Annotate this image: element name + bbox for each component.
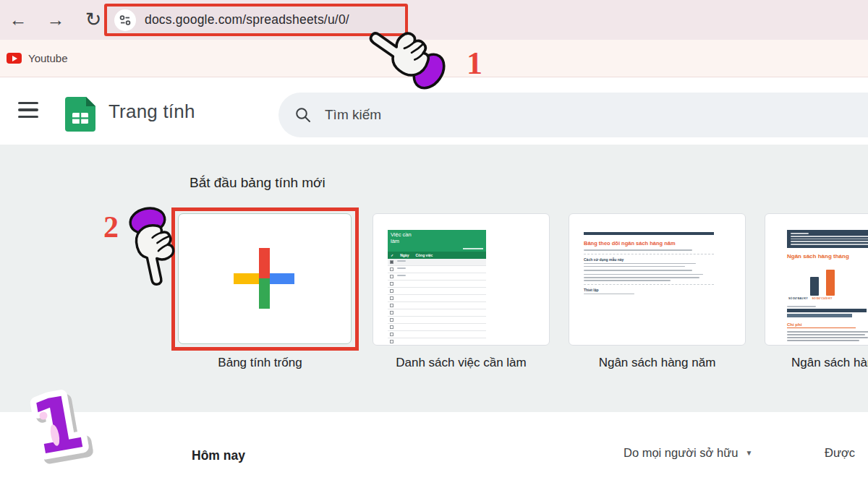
todo-row bbox=[388, 338, 486, 346]
todo-row bbox=[388, 309, 486, 317]
site-settings-icon[interactable] bbox=[114, 9, 136, 31]
sheets-header: Trang tính Tìm kiếm bbox=[0, 77, 868, 145]
bar-closing-balance bbox=[826, 270, 835, 296]
todo-preview: Việc cần làm ✓ Ngày Công việc bbox=[388, 230, 486, 346]
monthly-budget-title: Ngân sách hàng tháng bbox=[787, 253, 868, 260]
app-title: Trang tính bbox=[109, 100, 195, 123]
template-label-monthly-budget: Ngân sách hàng tháng bbox=[765, 356, 868, 370]
template-label-annual-budget: Ngân sách hàng năm bbox=[569, 356, 746, 370]
todo-row bbox=[388, 324, 486, 331]
todo-row bbox=[388, 302, 486, 309]
owner-filter-dropdown[interactable]: Do mọi người sở hữu ▼ bbox=[624, 446, 752, 460]
monthly-budget-preview: Ngân sách hàng tháng SỐ DƯ ĐẦU KỲ SỐ DƯ … bbox=[787, 230, 868, 343]
todo-row bbox=[388, 331, 486, 338]
watermark-number-icon: 1 1 bbox=[13, 376, 96, 476]
sheets-logo-icon[interactable] bbox=[65, 97, 95, 134]
todo-col-task: Công việc bbox=[415, 253, 433, 257]
todo-row bbox=[388, 295, 486, 302]
annual-budget-preview: Bảng theo dõi ngân sách hàng năm Cách sử… bbox=[584, 232, 728, 296]
back-icon[interactable]: ← bbox=[6, 7, 30, 32]
url-text[interactable]: docs.google.com/spreadsheets/u/0/ bbox=[145, 12, 349, 27]
annual-budget-title: Bảng theo dõi ngân sách hàng năm bbox=[584, 240, 707, 247]
template-label-blank: Bảng tính trống bbox=[171, 356, 349, 370]
text-line-placeholder bbox=[463, 248, 483, 249]
search-bar[interactable]: Tìm kiếm bbox=[278, 93, 868, 137]
step-number-1: 1 bbox=[467, 45, 482, 82]
search-icon bbox=[294, 106, 312, 124]
bookmarks-bar: Youtube bbox=[0, 40, 868, 77]
bookmark-label: Youtube bbox=[28, 52, 68, 64]
step-number-2: 2 bbox=[103, 210, 119, 244]
reload-icon[interactable]: ↻ bbox=[81, 7, 106, 32]
todo-col-date: Ngày bbox=[400, 253, 409, 257]
address-bar-highlight: docs.google.com/spreadsheets/u/0/ bbox=[104, 4, 408, 36]
monthly-section-expenses: Chi phí bbox=[787, 322, 856, 328]
bookmark-youtube[interactable]: Youtube bbox=[0, 52, 68, 64]
todo-preview-title: Việc cần làm bbox=[391, 232, 420, 244]
template-label-todo: Danh sách việc cần làm bbox=[373, 356, 550, 370]
bar-label-closing: SỐ DƯ CUỐI KỲ bbox=[812, 297, 833, 300]
template-card-todo[interactable]: Việc cần làm ✓ Ngày Công việc bbox=[373, 213, 550, 346]
sort-label[interactable]: Được bbox=[825, 446, 855, 460]
youtube-icon bbox=[7, 53, 22, 64]
annual-budget-setup-heading: Thiết lập bbox=[584, 288, 728, 292]
todo-row bbox=[388, 259, 486, 266]
todo-row bbox=[388, 317, 486, 324]
todo-row bbox=[388, 266, 486, 273]
template-card-blank[interactable] bbox=[178, 213, 352, 344]
todo-row bbox=[388, 281, 486, 288]
owner-filter-label: Do mọi người sở hữu bbox=[624, 446, 738, 460]
recent-files-section: Hôm nay Do mọi người sở hữu ▼ Được bbox=[0, 412, 868, 488]
new-spreadsheet-plus-icon bbox=[234, 248, 294, 309]
bar-opening-balance bbox=[810, 277, 819, 296]
template-card-annual-budget[interactable]: Bảng theo dõi ngân sách hàng năm Cách sử… bbox=[569, 213, 746, 346]
browser-toolbar: ← → ↻ docs.google.com/spreadsheets/u/0/ bbox=[0, 0, 868, 40]
search-placeholder: Tìm kiếm bbox=[325, 107, 381, 123]
annual-budget-usage-heading: Cách sử dụng mẫu này bbox=[584, 257, 728, 262]
recent-group-title: Hôm nay bbox=[192, 448, 245, 463]
main-menu-icon[interactable] bbox=[18, 102, 38, 118]
todo-row bbox=[388, 288, 486, 295]
todo-col-check: ✓ bbox=[391, 253, 393, 257]
blank-template-highlight bbox=[171, 207, 359, 351]
todo-row bbox=[388, 273, 486, 281]
gallery-heading: Bắt đầu bảng tính mới bbox=[190, 175, 326, 191]
template-gallery: Bắt đầu bảng tính mới Bảng tính trống Vi… bbox=[0, 145, 868, 412]
bar-label-opening: SỐ DƯ ĐẦU KỲ bbox=[788, 297, 808, 300]
template-card-monthly-budget[interactable]: Ngân sách hàng tháng SỐ DƯ ĐẦU KỲ SỐ DƯ … bbox=[765, 213, 868, 346]
address-bar[interactable]: docs.google.com/spreadsheets/u/0/ bbox=[107, 9, 349, 31]
caret-down-icon: ▼ bbox=[745, 449, 752, 457]
forward-icon[interactable]: → bbox=[43, 7, 68, 32]
